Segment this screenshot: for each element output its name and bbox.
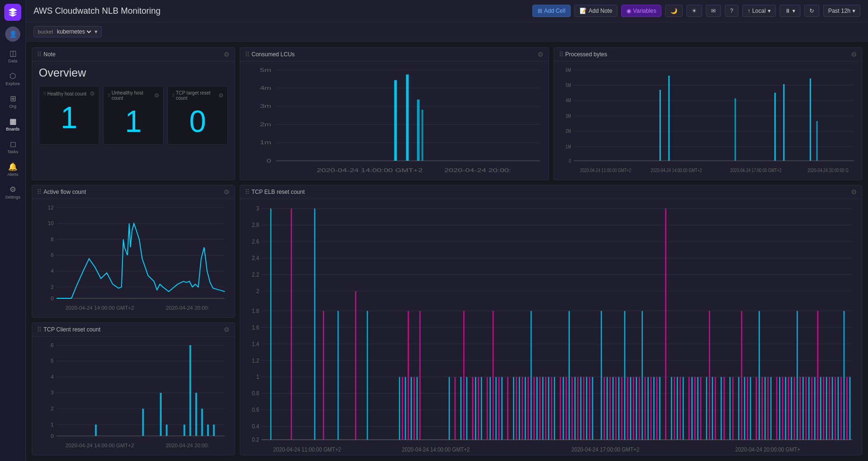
svg-text:6: 6 [51,342,53,348]
svg-rect-98 [355,291,356,440]
svg-marker-38 [783,84,784,161]
svg-rect-137 [551,377,552,440]
svg-rect-145 [577,377,578,440]
svg-rect-143 [572,377,573,440]
svg-rect-105 [414,377,415,440]
svg-text:2020-04-24 14:00:00 GMT+2: 2020-04-24 14:00:00 GMT+2 [402,446,470,453]
sidebar-item-tasks[interactable]: ◻ Tasks [2,136,23,157]
svg-rect-172 [665,209,666,440]
svg-rect-252 [190,345,191,436]
svg-rect-221 [832,377,833,440]
svg-rect-124 [513,377,514,440]
svg-rect-212 [806,377,807,440]
svg-rect-108 [449,377,450,440]
svg-rect-173 [671,377,672,440]
add-cell-icon: ⊞ [538,8,542,14]
tcp-elb-gear-icon[interactable]: ⚙ [851,188,857,196]
svg-marker-35 [668,76,669,161]
svg-text:4: 4 [51,268,53,274]
active-flow-gear-icon[interactable]: ⚙ [224,188,230,196]
tcp-reset-gear-icon[interactable]: ⚙ [218,92,224,99]
add-cell-button[interactable]: ⊞ Add Cell [532,5,571,17]
svg-rect-141 [565,377,566,440]
sidebar-item-explore[interactable]: ⬡ Explore [2,68,23,89]
svg-text:3: 3 [51,390,53,396]
sidebar-item-org[interactable]: ⊞ Org [2,91,23,112]
app-logo[interactable] [4,4,21,21]
tcp-client-gear-icon[interactable]: ⚙ [224,326,230,333]
svg-text:1m: 1m [260,139,271,145]
svg-rect-120 [495,377,496,440]
note-gear-icon[interactable]: ⚙ [224,51,230,58]
help-button[interactable]: ? [725,5,738,17]
settings-icon: ⚙ [9,185,16,194]
unhealthy-host-metric: Unhealthy host count ⚙ 1 [103,86,164,145]
svg-rect-109 [454,377,455,440]
add-note-icon: 📝 [580,8,587,14]
pause-button[interactable]: ⏸ ▾ [780,5,800,17]
svg-text:5M: 5M [565,82,571,88]
svg-rect-128 [525,377,526,440]
svg-marker-39 [809,78,811,161]
svg-rect-136 [548,377,549,440]
svg-rect-175 [677,377,677,440]
healthy-host-gear-icon[interactable]: ⚙ [90,90,95,97]
sidebar-item-alerts[interactable]: 🔔 Alerts [2,159,23,180]
svg-rect-93 [270,209,271,440]
dashboard: Note ⚙ Overview Healthy host count ⚙ 1 [26,42,868,461]
note-content: Overview Healthy host count ⚙ 1 Unhealth… [32,61,234,149]
svg-rect-155 [612,377,613,440]
svg-text:1: 1 [51,422,53,427]
refresh-button[interactable]: ↻ [804,5,819,17]
unhealthy-host-gear-icon[interactable]: ⚙ [154,92,159,99]
svg-rect-207 [791,377,792,440]
processed-bytes-gear-icon[interactable]: ⚙ [851,51,857,58]
email-button[interactable]: ✉ [706,5,721,17]
user-avatar[interactable]: 👤 [5,26,20,42]
svg-text:12: 12 [48,205,54,210]
bucket-variable[interactable]: bucket kubernetes ▾ [34,26,102,37]
svg-rect-174 [674,377,675,440]
svg-rect-101 [402,377,403,440]
unhealthy-host-title: Unhealthy host count [107,90,154,101]
note-panel-title: Note [37,51,55,58]
svg-rect-217 [820,377,821,440]
svg-rect-158 [621,377,622,440]
svg-text:1M: 1M [565,144,571,149]
svg-rect-113 [472,377,473,440]
svg-rect-147 [583,377,584,440]
time-range-select[interactable]: Past 12h ▾ [823,5,860,17]
svg-text:0: 0 [51,296,53,301]
svg-rect-134 [542,377,543,440]
tcp-elb-chart: 3 2.8 2.6 2.4 2.2 2 1.8 1.6 1.4 1.2 1 0.… [244,202,858,453]
add-note-button[interactable]: 📝 Add Note [574,5,617,17]
svg-rect-180 [694,377,695,440]
svg-text:2020-04-24 20:00:: 2020-04-24 20:00: [166,305,209,311]
consumed-lcus-gear-icon[interactable]: ⚙ [538,51,544,58]
sidebar-item-settings[interactable]: ⚙ Settings [2,182,23,202]
svg-text:0: 0 [569,158,571,164]
sidebar-item-boards[interactable]: ▦ Boards [2,113,23,134]
svg-rect-161 [630,377,631,440]
svg-rect-203 [779,377,780,440]
svg-rect-119 [493,311,494,440]
header-controls: ⊞ Add Cell 📝 Add Note ◉ Variables 🌙 ☀ ✉ … [532,5,860,17]
sidebar-item-data[interactable]: ◫ Data [2,45,23,66]
tcp-client-chart: 6 5 4 3 2 1 0 [36,339,231,453]
timezone-select[interactable]: ↑ Local ▾ [742,5,776,17]
svg-rect-121 [498,377,499,440]
svg-text:8: 8 [51,236,53,242]
consumed-lcus-header: Consumed LCUs ⚙ [240,48,548,61]
light-mode-button[interactable]: ☀ [686,5,702,17]
variables-button[interactable]: ◉ Variables [621,5,661,17]
svg-text:1.8: 1.8 [252,307,260,314]
svg-rect-139 [560,377,561,440]
dark-mode-button[interactable]: 🌙 [665,5,683,17]
svg-text:2020-04-24 20:00:: 2020-04-24 20:00: [166,443,209,448]
svg-rect-103 [408,311,408,440]
bucket-select[interactable]: kubernetes [55,28,93,35]
consumed-lcus-body: 5m 4m 3m 2m 1m 0 2020-04-24 14:00:00 GMT… [240,61,548,180]
svg-text:2: 2 [51,284,53,290]
svg-text:0: 0 [51,433,53,439]
tcp-reset-value: 0 [172,103,224,140]
